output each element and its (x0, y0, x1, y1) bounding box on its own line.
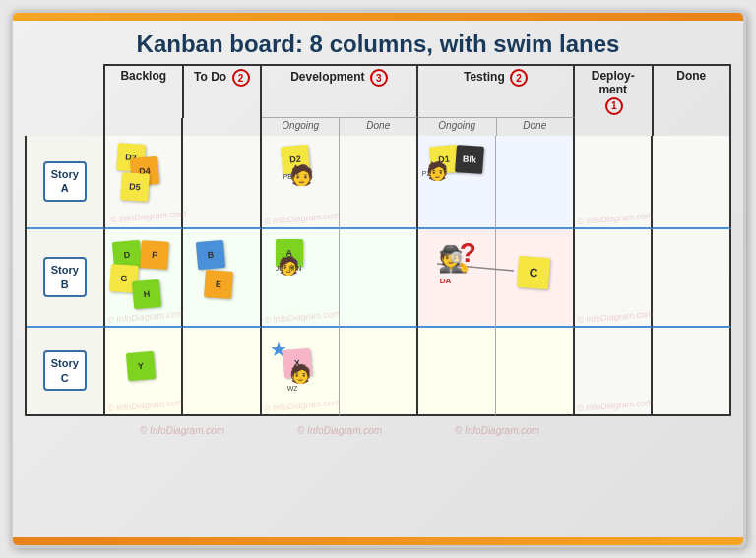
dev-ongoing-b: A 🧑 JG MIN © InfoDiagram.com (262, 229, 341, 328)
top-bar (13, 13, 743, 21)
deploy-c: © InfoDiagram.com (575, 328, 654, 416)
dev-done-b (340, 229, 418, 328)
testing-badge: 2 (510, 69, 528, 87)
card-b[interactable]: B (196, 240, 225, 270)
card-f[interactable]: F (140, 240, 169, 270)
testing-ongoing-b: 🕵 ? DA (418, 229, 497, 328)
watermark-9: © InfoDiagram.com (577, 397, 654, 413)
done-c (653, 328, 731, 416)
story-c-box: StoryC (43, 350, 87, 391)
person-wz: 🧑 (289, 363, 311, 385)
card-y[interactable]: Y (125, 351, 155, 381)
testing-done-c (496, 328, 575, 416)
card-d5[interactable]: D5 (120, 172, 150, 202)
sub-done (654, 118, 731, 136)
watermark-7: © InfoDiagram.com (106, 397, 183, 413)
col-todo-header: To Do 2 (184, 64, 263, 118)
card-c[interactable]: C (517, 256, 550, 289)
backlog-a: D3 D4 D5 © InfoDiagram.com (105, 136, 184, 229)
todo-badge: 2 (232, 69, 250, 87)
story-c-label-cell: StoryC (27, 328, 105, 416)
backlog-c: Y © InfoDiagram.com (105, 328, 184, 416)
done-a (653, 136, 731, 229)
person-jg-label: JG (276, 265, 284, 272)
wm-bottom-3: © InfoDiagram.com (418, 420, 576, 438)
deploy-b: © InfoDiagram.com (575, 229, 654, 328)
dev-done-a (340, 136, 418, 229)
backlog-b: D F G H © InfoDiagram.com (105, 229, 184, 328)
dev-done-c (340, 328, 418, 416)
kanban-board: Kanban board: 8 columns, with swim lanes… (10, 10, 746, 548)
watermark-8: © InfoDiagram.com (263, 397, 340, 413)
col-done-header: Done (654, 64, 732, 118)
testing-ongoing-c (418, 328, 497, 416)
watermark-5: © InfoDiagram.com (263, 308, 340, 325)
person-wz-label: WZ (287, 385, 298, 392)
story-b-label-cell: StoryB (27, 229, 105, 328)
sub-dev-ongoing: Ongoing (262, 118, 341, 136)
person-pz-label: PZ (422, 170, 431, 177)
person-pb-label: PB (284, 173, 292, 180)
bottom-watermark-row: © InfoDiagram.com © InfoDiagram.com © In… (103, 416, 731, 442)
swim-lane-a: StoryA D3 D4 D5 © InfoDiagram.com (25, 136, 731, 229)
col-backlog-header: Backlog (105, 64, 184, 118)
question-mark: ? (460, 237, 476, 269)
card-e[interactable]: E (204, 270, 233, 299)
testing-done-a (496, 136, 575, 229)
sub-testing-ongoing: Ongoing (418, 118, 497, 136)
col-testing-header: Testing 2 (418, 64, 575, 118)
card-blk[interactable]: Blk (455, 145, 484, 174)
page-title: Kanban board: 8 columns, with swim lanes (13, 21, 743, 64)
testing-ongoing-a: D1 Blk 🧑 PZ (418, 136, 497, 229)
watermark-1: © InfoDiagram.com (109, 208, 186, 224)
story-a-label-cell: StoryA (27, 136, 105, 229)
watermark-6: © InfoDiagram.com (577, 308, 654, 325)
todo-a (183, 136, 262, 229)
todo-b: B E (183, 229, 262, 328)
person-da-label: DA (440, 277, 452, 285)
person-min-label: MIN (289, 265, 302, 272)
grid-body: StoryA D3 D4 D5 © InfoDiagram.com (25, 136, 731, 442)
story-b-box: StoryB (43, 257, 87, 297)
dev-badge: 3 (370, 69, 388, 87)
swim-lane-c: StoryC Y © InfoDiagram.com ★ X (25, 328, 731, 416)
board-headers: Backlog To Do 2 Development 3 Testing 2 (25, 64, 731, 136)
watermark-4: © InfoDiagram.com (106, 308, 183, 325)
sub-testing-done: Done (497, 118, 576, 136)
todo-c (183, 328, 262, 416)
bottom-bar (13, 537, 743, 545)
group-header-row: Backlog To Do 2 Development 3 Testing 2 (103, 64, 731, 118)
wm-bottom-2: © InfoDiagram.com (261, 420, 418, 438)
wm-bottom-1: © InfoDiagram.com (103, 420, 261, 438)
dev-ongoing-a: D2 🧑 PB © InfoDiagram.com (262, 136, 341, 229)
sub-deploy (575, 118, 653, 136)
done-b (653, 229, 731, 328)
watermark-3: © InfoDiagram.com (577, 210, 654, 226)
testing-done-b: C (496, 229, 575, 328)
deploy-badge: 1 (605, 97, 623, 115)
sub-backlog (105, 118, 183, 136)
story-a-box: StoryA (43, 161, 87, 202)
person-pb: 🧑 (289, 163, 314, 187)
sub-dev-done: Done (340, 118, 418, 136)
watermark-2: © InfoDiagram.com (263, 210, 340, 226)
card-h[interactable]: H (131, 279, 160, 309)
sub-todo (183, 118, 261, 136)
sub-header-row: Ongoing Done Ongoing Done (103, 118, 731, 136)
deploy-a: © InfoDiagram.com (575, 136, 654, 229)
col-dev-header: Development 3 (262, 64, 418, 118)
col-deploy-header: Deploy- ment 1 (575, 64, 654, 118)
board-wrapper: Backlog To Do 2 Development 3 Testing 2 (25, 64, 731, 442)
swim-lane-b: StoryB D F G H © InfoDiagram.com (25, 229, 731, 328)
dev-ongoing-c: ★ X 🧑 WZ © InfoDiagram.com (262, 328, 341, 416)
